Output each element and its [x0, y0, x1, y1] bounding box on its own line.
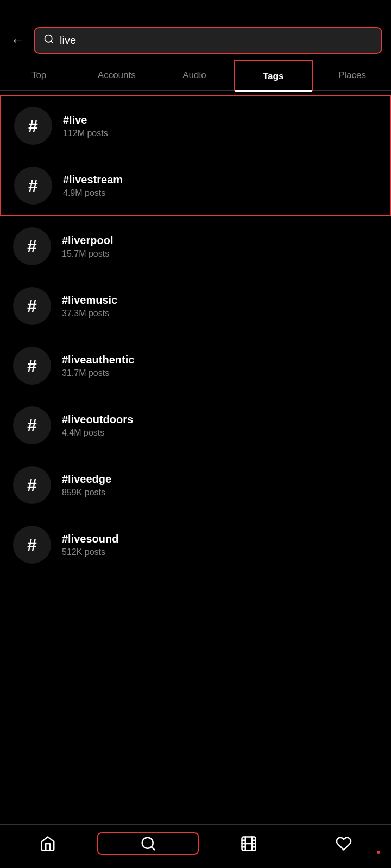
tag-icon-liverpool: #: [13, 227, 51, 265]
svg-line-3: [151, 847, 154, 850]
search-input[interactable]: [60, 34, 373, 47]
likes-notification-dot: [377, 851, 380, 854]
tag-name-liveedge: #liveedge: [62, 473, 111, 486]
tag-icon-liveauthentic: #: [13, 347, 51, 385]
tag-info-livestream: #livestream 4.9M posts: [63, 174, 123, 198]
tag-name-liverpool: #liverpool: [62, 234, 113, 247]
tag-icon-liveoutdoors: #: [13, 406, 51, 444]
tag-posts-liveoutdoors: 4.4M posts: [62, 428, 133, 438]
tag-item-liveoutdoors[interactable]: # #liveoutdoors 4.4M posts: [0, 395, 391, 455]
tag-name-liveauthentic: #liveauthentic: [62, 354, 134, 366]
tab-tags[interactable]: Tags: [234, 60, 313, 91]
tag-info-livemusic: #livemusic 37.3M posts: [62, 294, 117, 318]
home-icon: [40, 835, 56, 852]
tab-accounts[interactable]: Accounts: [78, 60, 155, 90]
tag-name-livesound: #livesound: [62, 533, 118, 545]
bottom-nav: [0, 824, 391, 868]
tab-places[interactable]: Places: [313, 60, 391, 90]
tag-icon-liveedge: #: [13, 466, 51, 504]
back-button[interactable]: ←: [9, 30, 27, 51]
tag-item-livemusic[interactable]: # #livemusic 37.3M posts: [0, 276, 391, 336]
nav-item-likes[interactable]: [296, 832, 391, 855]
tag-item-live[interactable]: # #live 112M posts: [1, 96, 390, 156]
search-bar: [34, 27, 382, 54]
tags-list: # #live 112M posts # #livestream 4.9M po…: [0, 95, 391, 575]
tag-name-livemusic: #livemusic: [62, 294, 117, 307]
tag-posts-liverpool: 15.7M posts: [62, 249, 113, 259]
nav-item-reels[interactable]: [201, 832, 296, 855]
nav-item-home[interactable]: [0, 832, 95, 855]
tab-audio[interactable]: Audio: [155, 60, 233, 90]
tag-posts-live: 112M posts: [63, 129, 108, 138]
tab-top[interactable]: Top: [0, 60, 78, 90]
tag-info-liveedge: #liveedge 859K posts: [62, 473, 111, 497]
tabs-bar: Top Accounts Audio Tags Places: [0, 60, 391, 91]
tag-posts-livesound: 512K posts: [62, 547, 118, 557]
tag-icon-livesound: #: [13, 526, 51, 564]
tag-name-liveoutdoors: #liveoutdoors: [62, 413, 133, 426]
search-icon: [43, 34, 54, 47]
tag-posts-liveauthentic: 31.7M posts: [62, 368, 134, 378]
tag-icon-live: #: [14, 107, 52, 145]
tag-info-liverpool: #liverpool 15.7M posts: [62, 234, 113, 259]
tag-icon-livemusic: #: [13, 287, 51, 325]
tag-info-livesound: #livesound 512K posts: [62, 533, 118, 557]
header: ←: [0, 0, 391, 60]
tag-info-liveauthentic: #liveauthentic 31.7M posts: [62, 354, 134, 378]
tag-posts-livestream: 4.9M posts: [63, 188, 123, 198]
heart-icon: [336, 835, 352, 852]
tag-info-liveoutdoors: #liveoutdoors 4.4M posts: [62, 413, 133, 438]
nav-item-search[interactable]: [97, 832, 199, 855]
svg-line-1: [51, 41, 53, 43]
tag-item-livestream[interactable]: # #livestream 4.9M posts: [1, 156, 390, 215]
search-nav-icon: [140, 835, 156, 852]
reels-icon: [241, 835, 257, 852]
tag-icon-livestream: #: [14, 167, 52, 205]
tag-item-liveedge[interactable]: # #liveedge 859K posts: [0, 455, 391, 515]
tag-info-live: #live 112M posts: [63, 114, 108, 138]
tag-item-liveauthentic[interactable]: # #liveauthentic 31.7M posts: [0, 336, 391, 395]
tag-name-livestream: #livestream: [63, 174, 123, 186]
tag-posts-liveedge: 859K posts: [62, 488, 111, 497]
tag-posts-livemusic: 37.3M posts: [62, 309, 117, 318]
tag-item-livesound[interactable]: # #livesound 512K posts: [0, 515, 391, 575]
tag-item-liverpool[interactable]: # #liverpool 15.7M posts: [0, 216, 391, 276]
tag-name-live: #live: [63, 114, 108, 126]
